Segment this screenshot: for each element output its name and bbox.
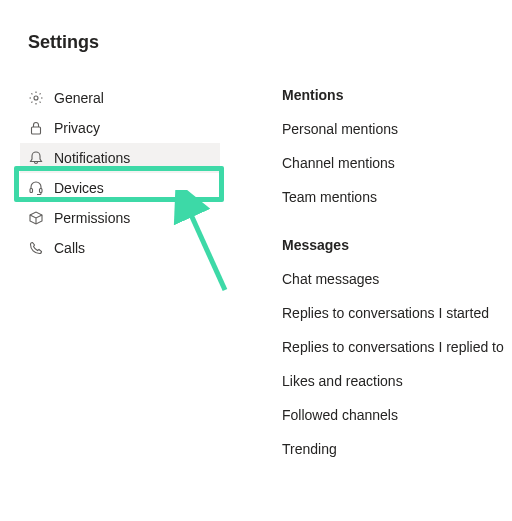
sidebar-item-label: Devices (54, 180, 104, 196)
sidebar-item-devices[interactable]: Devices (20, 173, 220, 203)
bell-icon (28, 150, 44, 166)
setting-team-mentions[interactable]: Team mentions (282, 189, 504, 205)
section-header-mentions: Mentions (282, 87, 504, 103)
setting-followed-channels[interactable]: Followed channels (282, 407, 504, 423)
section-header-messages: Messages (282, 237, 504, 253)
settings-sidebar: General Privacy Notifications (20, 83, 220, 475)
phone-icon (28, 240, 44, 256)
gear-icon (28, 90, 44, 106)
package-icon (28, 210, 44, 226)
sidebar-item-label: Privacy (54, 120, 100, 136)
sidebar-item-general[interactable]: General (20, 83, 220, 113)
sidebar-item-calls[interactable]: Calls (20, 233, 220, 263)
setting-channel-mentions[interactable]: Channel mentions (282, 155, 504, 171)
lock-icon (28, 120, 44, 136)
setting-replies-replied[interactable]: Replies to conversations I replied to (282, 339, 504, 355)
setting-replies-started[interactable]: Replies to conversations I started (282, 305, 504, 321)
sidebar-item-label: General (54, 90, 104, 106)
setting-trending[interactable]: Trending (282, 441, 504, 457)
sidebar-item-notifications[interactable]: Notifications (20, 143, 220, 173)
setting-chat-messages[interactable]: Chat messages (282, 271, 504, 287)
sidebar-item-label: Permissions (54, 210, 130, 226)
sidebar-item-privacy[interactable]: Privacy (20, 113, 220, 143)
svg-point-0 (34, 96, 38, 100)
setting-likes-reactions[interactable]: Likes and reactions (282, 373, 504, 389)
svg-rect-1 (32, 127, 41, 134)
sidebar-item-permissions[interactable]: Permissions (20, 203, 220, 233)
page-title: Settings (0, 0, 512, 53)
sidebar-item-label: Calls (54, 240, 85, 256)
sidebar-item-label: Notifications (54, 150, 130, 166)
setting-personal-mentions[interactable]: Personal mentions (282, 121, 504, 137)
headset-icon (28, 180, 44, 196)
svg-rect-3 (40, 189, 43, 193)
settings-main: Mentions Personal mentions Channel menti… (220, 83, 504, 475)
svg-rect-2 (30, 189, 33, 193)
